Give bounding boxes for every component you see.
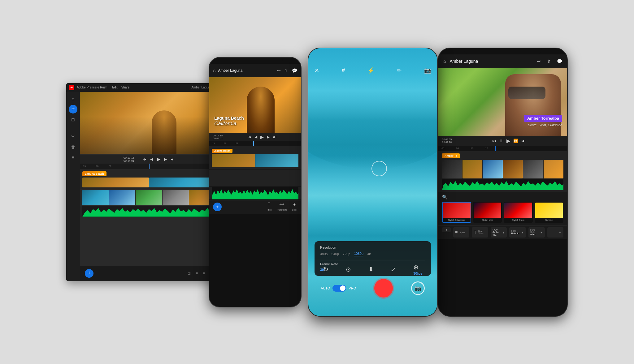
phone1-skip-fwd[interactable]: ⏭ <box>273 135 276 139</box>
phone1-undo-icon[interactable]: ↩ <box>277 68 281 73</box>
phone1-controls: ⏮ ◀ ▶ ▶ ⏭ <box>248 135 276 139</box>
share-menu[interactable]: Share <box>121 86 130 89</box>
right-undo-icon[interactable]: ↩ <box>537 59 541 64</box>
phone1-tool-titles[interactable]: T Titles <box>267 202 271 212</box>
desktop-sidebar: ⌂ + ⊟ ✂ 🗑 ≡ <box>66 92 80 281</box>
right-bottom: ‹ ≡ Styles T More Titles Layer Amber To.… <box>438 225 567 239</box>
phone1-frame-fwd[interactable]: ▶ <box>267 135 270 139</box>
bold-value: Bold <box>530 233 538 236</box>
cam-tool-fullscreen[interactable]: ⤢ <box>391 266 396 273</box>
right-frame-back[interactable]: ⏸ <box>499 139 503 143</box>
sidebar-list-icon[interactable]: ≡ <box>69 153 77 162</box>
phone1-home-icon[interactable]: ⌂ <box>213 68 215 73</box>
bottom-styles[interactable]: ≡ Styles <box>453 227 469 238</box>
bottom-icon-3[interactable]: ≡ <box>203 271 205 276</box>
auto-pro-switch[interactable] <box>332 285 346 292</box>
edit-menu[interactable]: Edit <box>112 86 117 89</box>
res-720p[interactable]: 720p <box>343 252 350 256</box>
bottom-layer[interactable]: Layer Amber To... ▼ <box>491 227 507 238</box>
phone1-play[interactable]: ▶ <box>260 135 264 139</box>
ph1-ls-skate <box>264 169 281 186</box>
template-stylish-intro[interactable]: Stylish Intro <box>473 202 502 223</box>
phone1-time-controls: 00:19 15 00:44 01 ⏮ ◀ ▶ ▶ ⏭ <box>209 133 301 141</box>
sidebar-media-icon[interactable]: ⊟ <box>69 115 77 124</box>
play-button[interactable]: ▶ <box>157 156 160 162</box>
shutter-button[interactable]: 📷 <box>411 281 425 295</box>
template-stylish-outro[interactable]: Stylish Outro <box>504 202 533 223</box>
template-name-2: Stylish Intro <box>474 218 502 222</box>
brush-icon[interactable]: ✏ <box>397 67 402 74</box>
rotate-icon: ↻ <box>323 266 328 273</box>
cam-tool-download[interactable]: ⬇ <box>368 266 374 273</box>
font-arrow: ▼ <box>521 231 524 234</box>
resolution-row: 480p 540p 720p 1080p 4k <box>320 252 425 256</box>
phone1-title-badge[interactable]: Laguna Beach <box>212 149 232 153</box>
phone1-tool-color[interactable]: ◈ Color <box>292 202 297 212</box>
strip-ocean <box>149 178 216 187</box>
skip-back-button[interactable]: ⏮ <box>143 157 146 161</box>
layer-value: Amber To... <box>493 231 500 236</box>
bottom-more-titles[interactable]: T More Titles <box>472 227 488 238</box>
template-thumb-3 <box>504 203 532 218</box>
res-480p[interactable]: 480p <box>320 252 328 256</box>
record-button[interactable] <box>374 279 393 298</box>
bottom-icon-1[interactable]: ⊡ <box>188 271 191 276</box>
flash-icon[interactable]: ⚡ <box>367 67 374 74</box>
res-4k[interactable]: 4k <box>367 252 371 256</box>
phone1-add-button[interactable]: + <box>213 203 222 211</box>
auto-label: AUTO <box>321 286 330 290</box>
phone1-title-overlay: Laguna Beach California <box>214 116 244 127</box>
sidebar-add-button[interactable]: + <box>69 105 77 113</box>
right-preview-person <box>505 74 561 136</box>
right-skip-fwd[interactable]: ⏭ <box>521 139 525 143</box>
skip-forward-button[interactable]: ⏭ <box>171 157 174 161</box>
search-icon[interactable]: 🔍 <box>442 195 447 199</box>
template-sunrise[interactable]: Sunrise <box>535 202 564 223</box>
bottom-bold[interactable]: Font Style Bold ▼ <box>528 227 545 238</box>
phone1-chat-icon[interactable]: 💬 <box>292 68 297 73</box>
desktop-titlebar: Ai Adobe Premiere Rush Edit Share Amber … <box>66 83 218 92</box>
more-titles-label: More Titles <box>478 230 486 234</box>
switch-camera-icon[interactable]: 📷 <box>424 67 431 74</box>
template-thumb-1 <box>443 203 471 218</box>
bottom-font[interactable]: Font Roboto ▼ <box>509 227 526 238</box>
bottom-size[interactable]: ▼ <box>547 227 563 238</box>
right-play[interactable]: ▶ <box>506 138 510 144</box>
res-1080p[interactable]: 1080p <box>354 252 363 256</box>
phone1-share-icon[interactable]: ⇧ <box>284 68 288 73</box>
template-stylish-crisscross[interactable]: Stylish Crisscross <box>442 202 471 223</box>
cam-tool-speed[interactable]: ⊙ <box>346 266 351 273</box>
bottom-icon-2[interactable]: ≡ <box>196 271 198 276</box>
styles-icon: ≡ <box>455 230 458 235</box>
size-arrow: ▼ <box>558 231 562 234</box>
title-badge[interactable]: Laguna Beach <box>82 171 106 176</box>
bottom-add-button[interactable]: + <box>85 269 93 278</box>
phone1-waveform <box>212 187 298 199</box>
sidebar-home-icon[interactable]: ⌂ <box>69 94 77 103</box>
ph1-strip-ocean <box>255 154 299 167</box>
frame-back-button[interactable]: ◀ <box>150 157 153 161</box>
res-540p[interactable]: 540p <box>331 252 339 256</box>
right-home-icon[interactable]: ⌂ <box>443 59 446 64</box>
chevron-left-icon[interactable]: ‹ <box>442 227 451 232</box>
frame-forward-button[interactable]: ▶ <box>164 157 167 161</box>
grid-icon[interactable]: # <box>342 67 345 74</box>
right-skip-back[interactable]: ⏮ <box>492 139 496 143</box>
cam-tool-zoom[interactable]: ⊕ 30fps <box>413 263 422 275</box>
right-share-icon[interactable]: ⇧ <box>547 59 551 64</box>
cam-tool-rotate[interactable]: ↻ <box>323 266 328 273</box>
phone1-skip-back[interactable]: ⏮ <box>248 135 251 139</box>
sidebar-cut-icon[interactable]: ✂ <box>69 132 77 141</box>
phone1-tool-transitions[interactable]: ⟺ Transitions <box>276 202 287 212</box>
close-icon[interactable]: ✕ <box>315 67 319 74</box>
template-name-4: Sunrise <box>535 218 563 222</box>
right-amber-badge[interactable]: Amber To <box>442 153 460 158</box>
right-title: Amber Laguna <box>449 59 478 64</box>
right-frame-fwd[interactable]: ⏩ <box>513 139 518 143</box>
sidebar-trash-icon[interactable]: 🗑 <box>69 143 77 151</box>
bold-text: Font Style Bold <box>530 229 538 236</box>
template-thumb-2 <box>474 203 502 218</box>
strip-skate <box>163 190 189 205</box>
phone1-frame-back[interactable]: ◀ <box>254 135 257 139</box>
right-chat-icon[interactable]: 💬 <box>557 59 562 64</box>
